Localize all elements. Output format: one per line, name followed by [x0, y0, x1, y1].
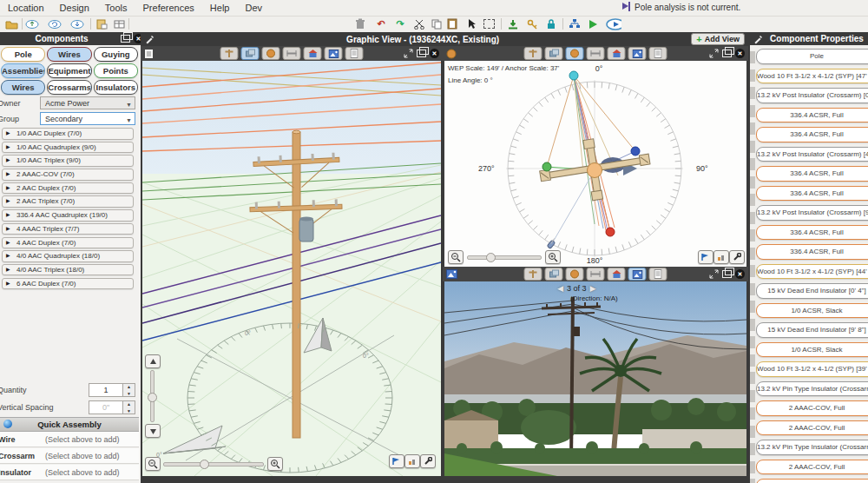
property-item[interactable]: 336.4 ACSR, Full — [756, 127, 868, 142]
zoom-out-button[interactable] — [145, 457, 161, 471]
tab-wires[interactable]: Wires — [47, 47, 91, 62]
photo-canvas[interactable]: ◀ 3 of 3 ▶ (Direction: N/A) — [443, 281, 748, 476]
property-item[interactable]: 13.2 kV Pin Type Insulator (Crossarm) [0… — [756, 381, 868, 397]
zoom-slider-track[interactable] — [467, 255, 542, 260]
property-item[interactable]: 15 kV Dead End Insulator [9' 8"] — [756, 322, 868, 338]
close-icon[interactable]: ✕ — [430, 49, 439, 58]
menu-location[interactable]: Location — [0, 0, 52, 16]
expand-arrow-icon[interactable]: ▶ — [6, 238, 10, 248]
layers-button[interactable] — [404, 454, 420, 468]
list-item[interactable]: ▶4/0 AAC Quadruplex (18/0) — [2, 250, 134, 262]
list-item[interactable]: ▶4 AAAC Triplex (7/7) — [2, 223, 134, 235]
cut-scissors-icon[interactable] — [411, 17, 427, 30]
pole-view-icon[interactable] — [524, 268, 542, 281]
list-item[interactable]: ▶1/0 AAC Duplex (7/0) — [2, 128, 134, 140]
property-item[interactable]: 13.2 kV Pin Type Insulator (Crossarm) [2… — [756, 440, 868, 455]
three-d-canvas[interactable]: 0° 0° 0° — [141, 61, 443, 476]
tab-type-crossarms[interactable]: Crossarms — [47, 80, 91, 95]
property-item[interactable]: 336.4 ACSR, Full — [756, 108, 868, 123]
top-down-view-icon[interactable] — [262, 47, 280, 60]
annotation-flag-button[interactable] — [389, 454, 404, 468]
tab-equipment[interactable]: Equipment — [47, 63, 91, 78]
menu-dev[interactable]: Dev — [237, 0, 270, 16]
expand-icon[interactable] — [709, 269, 719, 279]
popout-icon[interactable] — [722, 50, 732, 57]
scene-view-icon[interactable] — [608, 47, 626, 60]
copy-icon[interactable] — [429, 17, 444, 30]
hierarchy-icon[interactable] — [566, 17, 582, 30]
close-icon[interactable]: ✕ — [735, 269, 745, 279]
pole-view-icon[interactable] — [524, 47, 542, 60]
top-down-view-icon[interactable] — [566, 47, 584, 60]
report-view-icon[interactable] — [649, 47, 667, 60]
cloud-download-icon[interactable] — [69, 17, 85, 30]
tab-type-insulators[interactable]: Insulators — [94, 80, 138, 95]
property-item[interactable]: 13.2 kV Post Insulator (Crossarm) [4' 0"… — [756, 147, 868, 162]
photo-view-icon[interactable] — [628, 268, 647, 281]
zoom-slider-knob[interactable] — [486, 253, 496, 262]
property-item[interactable]: Wood 10 Ft 3-1/2 x 4-1/2 (SYP) [47' 8"] — [756, 69, 868, 84]
photo-view-icon[interactable] — [325, 47, 343, 60]
tab-guying[interactable]: Guying — [94, 47, 138, 62]
rotation-handle-label[interactable]: 0° — [245, 330, 251, 336]
zoom-in-button[interactable] — [545, 250, 561, 264]
menu-preferences[interactable]: Preferences — [135, 0, 202, 16]
cursor-select-icon[interactable] — [464, 17, 479, 30]
cloud-sync-icon[interactable] — [47, 17, 62, 30]
lock-icon[interactable] — [543, 17, 559, 30]
property-item[interactable]: Pole — [756, 49, 868, 64]
expand-arrow-icon[interactable]: ▶ — [6, 251, 10, 261]
measure-view-icon[interactable] — [587, 47, 605, 60]
pan-down-button[interactable] — [145, 424, 161, 438]
property-item[interactable]: 2 AAAC-COV, Full — [756, 400, 868, 416]
expand-arrow-icon[interactable]: ▶ — [6, 210, 10, 221]
list-item[interactable]: ▶2 AAC Duplex (7/0) — [2, 182, 134, 195]
tab-pole[interactable]: Pole — [1, 47, 45, 62]
property-item[interactable]: 1/0 ACSR, Slack — [756, 303, 868, 319]
cloud-run-icon[interactable] — [606, 17, 621, 30]
list-item[interactable]: ▶1/0 AAC Quadruplex (9/0) — [2, 142, 134, 154]
tab-type-wires[interactable]: Wires — [1, 80, 45, 95]
list-item[interactable]: ▶4 AAC Duplex (7/0) — [2, 237, 134, 249]
paste-icon[interactable] — [444, 17, 460, 30]
quantity-stepper[interactable]: ▲▼ — [122, 383, 135, 397]
property-item[interactable]: 2 AAAC-COV, Full — [756, 460, 868, 475]
expand-arrow-icon[interactable]: ▶ — [6, 129, 10, 139]
add-view-button[interactable]: +Add View — [691, 33, 745, 45]
vertical-spacing-input[interactable]: 0" — [89, 400, 123, 414]
zoom-out-button[interactable] — [448, 250, 464, 264]
expand-arrow-icon[interactable]: ▶ — [6, 169, 10, 180]
property-item[interactable]: 336.4 ACSR, Full — [756, 166, 868, 182]
report-view-icon[interactable] — [345, 47, 364, 60]
scene-view-icon[interactable] — [304, 47, 322, 60]
settings-wrench-button[interactable] — [420, 454, 436, 468]
run-analysis-icon[interactable] — [585, 17, 601, 30]
popout-icon[interactable] — [722, 270, 732, 278]
quantity-input[interactable]: 1 — [89, 383, 123, 397]
popout-icon[interactable] — [417, 50, 426, 57]
expand-arrow-icon[interactable]: ▶ — [6, 279, 10, 289]
popout-icon[interactable] — [121, 35, 130, 43]
expand-arrow-icon[interactable]: ▶ — [6, 142, 10, 153]
redo-icon[interactable]: ↷ — [392, 17, 408, 30]
three-d-view-icon[interactable] — [241, 47, 260, 60]
tab-assemblies[interactable]: Assemblies — [1, 63, 45, 78]
vertical-slider-knob[interactable] — [148, 393, 157, 402]
three-d-view-icon[interactable] — [545, 47, 563, 60]
scene-view-icon[interactable] — [608, 268, 626, 281]
property-item[interactable]: Wood 10 Ft 3-1/2 x 4-1/2 (SYP) [39' 1"] — [756, 361, 868, 377]
quick-assembly-insulator-row[interactable]: Insulator (Select above to add) — [0, 465, 139, 480]
property-item[interactable]: 336.4 ACSR, Full — [756, 186, 868, 202]
menu-help[interactable]: Help — [202, 0, 238, 16]
pan-up-button[interactable] — [145, 354, 161, 368]
expand-arrow-icon[interactable]: ▶ — [6, 155, 10, 166]
expand-arrow-icon[interactable]: ▶ — [6, 183, 10, 194]
tab-points[interactable]: Points — [94, 63, 138, 78]
rotation-handle-label[interactable]: 0° — [363, 353, 369, 359]
expand-icon[interactable] — [709, 49, 719, 58]
zoom-slider-track[interactable] — [163, 462, 264, 466]
group-select[interactable]: Secondary▼ — [40, 112, 135, 125]
report-view-icon[interactable] — [649, 268, 667, 281]
marquee-select-icon[interactable] — [481, 17, 496, 30]
measure-view-icon[interactable] — [283, 47, 301, 60]
